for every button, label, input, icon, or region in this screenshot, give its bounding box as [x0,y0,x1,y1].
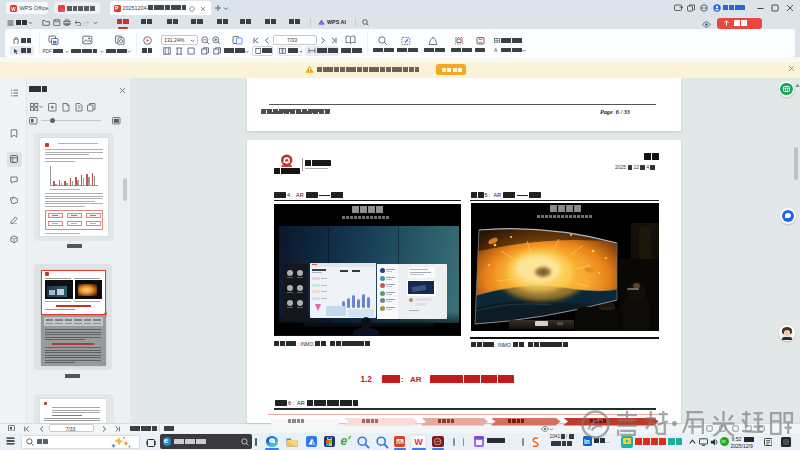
svg-text:A: A [494,47,498,53]
